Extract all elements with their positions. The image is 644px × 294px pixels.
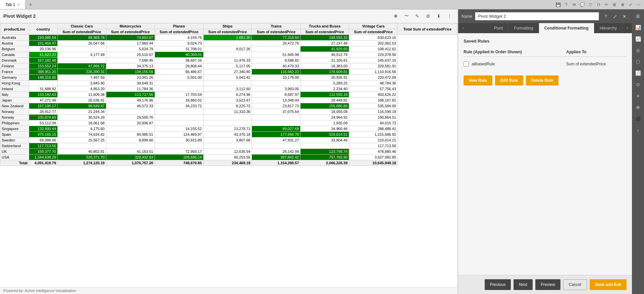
side-icon-5[interactable]: ⬜ [633,68,643,78]
expand-icon[interactable]: ⤢ [627,1,634,8]
rp-tab-next-arrow[interactable]: › [623,23,632,33]
table-row: Japan47,271.4926,536.4149,176.9618,860.0… [0,98,458,103]
row-total: 3,627,982.85 [349,155,398,160]
cell-value: 69,253.56 [203,155,252,160]
col-header-trucks: Trucks and Buses [301,23,349,29]
cell-value: 5,043.42 [203,75,252,80]
mail-icon[interactable]: ✉ [571,1,578,8]
tab-formatting[interactable]: Formatting [508,23,539,33]
cell-value [58,58,106,63]
scissors-icon[interactable]: ✂ [603,1,610,8]
rp-name-input[interactable] [475,12,599,20]
tab-pivot[interactable]: Pivot [489,23,509,33]
row-country: Ireland [0,86,29,92]
cell-value: 38,697.26 [155,58,203,63]
total-row: Total4,091,419.791,274,125.191,076,757.2… [0,160,458,166]
rp-content: Saved Rules Rule (Applied In Order Shown… [458,33,632,275]
edit-rule-button[interactable]: Edit Rule [495,75,523,85]
row-total: 116,599.19 [349,109,398,115]
side-icon-3[interactable]: ◎ [633,45,643,56]
table-container[interactable]: productLine country Classic Cars Motorcy… [0,23,458,287]
rp-resize-icon[interactable]: ⤢ [611,12,619,20]
save-icon[interactable]: 💾 [555,1,561,8]
cell-value: 39,649.31 [106,80,155,86]
download-tool-btn[interactable]: ⬇ [434,11,443,21]
row-country: Belgium [0,46,29,52]
cancel-button[interactable]: Cancel [563,279,587,290]
edit-tool-btn[interactable]: ✎ [413,11,422,21]
cell-value: 18,056.08 [301,109,349,115]
cell-value [203,41,252,46]
rp-header: Name ? ⤢ ✕ [458,9,632,23]
cell-value: 108,155.56 [106,69,155,75]
row-country: Austria [0,41,29,46]
cell-value: 1,935.09 [301,120,349,126]
total-cell: 1,274,125.19 [58,160,106,166]
menu-tool-btn[interactable]: ⋮ [445,11,454,21]
add-tab-button[interactable]: + [25,2,35,8]
tab-hierarchy[interactable]: Hierarchy [594,23,623,33]
cell-value: 11,784.36 [106,86,155,92]
tab-1-close[interactable]: ✕ [17,3,20,6]
table-row: Norway28,912.7721,244.3411,310.3637,075.… [0,109,458,115]
filter-icon[interactable]: ▽ [587,1,594,8]
funnel-icon[interactable]: ⊓ [595,1,602,8]
cell-value: 24,964.92 [301,115,349,120]
cell-value [58,46,106,52]
grid-icon[interactable]: ⊞ [611,1,618,8]
wave-tool-btn[interactable]: 〜 [402,11,411,21]
cell-value: 34,233.72 [155,103,203,109]
table-row: Sweden69,088.0615,567.258,899.6030,915.8… [0,137,458,143]
side-icon-10[interactable]: ↕ [633,125,643,135]
side-icon-1[interactable]: 📊 [633,22,643,33]
cell-value: 11,609.38 [58,92,106,98]
cell-value: 27,340.80 [203,69,252,75]
cell-value: 72,959.17 [155,149,203,155]
side-icon-2[interactable]: 📈 [633,34,643,44]
cell-value [252,115,301,120]
table-row: New Zealand167,190.1798,949.4746,572.333… [0,103,458,109]
rp-help-icon[interactable]: ? [602,12,610,20]
help-icon[interactable]: ? [563,1,570,8]
save-and-exit-button[interactable]: Save and Exit [590,279,627,290]
move-tool-btn[interactable]: ✥ [391,11,400,21]
cell-value: 8,587.97 [252,92,301,98]
row-total: 202,062.53 [349,41,398,46]
more-icon[interactable]: ⋯ [635,1,642,8]
cell-value: 4,177.49 [58,52,106,58]
preview-button[interactable]: Preview [535,279,560,290]
cell-value: 3,845.80 [58,80,106,86]
side-icon-4[interactable]: ⬡ [633,56,643,67]
cell-value: 29,449.82 [301,98,349,103]
delete-rule-button[interactable]: Delete Rule [526,75,558,85]
rule-checkbox-0[interactable] [464,61,469,67]
table-row: Spain475,165.1574,634.8289,985.51124,469… [0,132,458,137]
new-rule-button[interactable]: New Rule [464,75,492,85]
rp-close-icon[interactable]: ✕ [621,12,629,20]
previous-button[interactable]: Previous [485,279,511,290]
chat-icon[interactable]: 💬 [579,1,586,8]
next-button[interactable]: Next [514,279,533,290]
cell-value: 9,024.73 [155,41,203,46]
side-icon-8[interactable]: ⊕ [633,102,643,113]
row-total: 1,110,916.56 [349,69,398,75]
table-row: USA1,344,638.29520,371.70328,432.93209,6… [0,155,458,160]
cell-value: 1,344,638.29 [29,155,57,160]
monitor-icon[interactable]: 🖥 [619,1,626,8]
side-icon-0[interactable]: ⊞ [633,11,643,21]
cell-value: 14,155.52 [155,126,203,132]
table-row: Belgium20,136.965,624.7931,708.019,017.2… [0,46,458,52]
rp-name-label: Name [462,14,472,19]
cell-value: 101,459.47 [29,41,57,46]
cell-value: 124,469.97 [155,132,203,137]
rp-tab-prev-arrow[interactable]: ‹ [458,23,468,33]
table-row: Canada61,623.224,177.4925,510.0740,309.0… [0,52,458,58]
tab-1[interactable]: Tab 1 ✕ [0,0,25,9]
side-icon-7[interactable]: ≡ [633,91,643,101]
side-icon-6[interactable]: ⊙ [633,79,643,90]
settings-tool-btn[interactable]: ⚙ [423,11,433,21]
tab-conditional-formatting[interactable]: Conditional Formatting [539,23,594,33]
side-icon-9[interactable]: ⬛ [633,113,643,124]
cell-value: 8,899.60 [106,137,155,143]
total-cell: 4,091,419.79 [29,160,57,166]
